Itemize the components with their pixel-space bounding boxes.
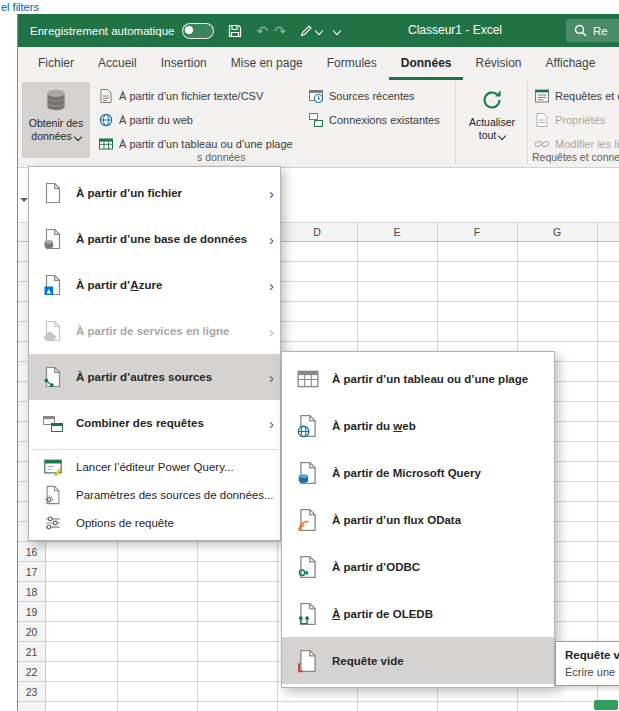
ribbon-button-queries-connections[interactable]: Requêtes et connexions xyxy=(532,84,619,108)
refresh-icon xyxy=(480,88,504,112)
row-header-17[interactable]: 17 xyxy=(18,562,45,582)
tab-insertion[interactable]: Insertion xyxy=(149,47,219,80)
bottom-right-green-fragment xyxy=(594,700,618,710)
microsoft-query-icon xyxy=(290,461,326,485)
row-header-20[interactable]: 20 xyxy=(18,622,45,642)
ribbon-button-label: Requêtes et connexions xyxy=(555,90,619,102)
online-services-icon xyxy=(37,320,69,342)
ribbon-button-recent-sources[interactable]: Sources récentes xyxy=(306,84,417,108)
submenu-item-blank-query[interactable]: Requête vide xyxy=(282,637,554,684)
submenu-item-label: À partir de Microsoft Query xyxy=(332,467,481,479)
chevron-down-icon xyxy=(498,131,506,139)
ribbon-button-label: Connexions existantes xyxy=(329,114,440,126)
menu-item-from-other-sources[interactable]: À partir d’autres sources xyxy=(29,354,280,400)
row-header-21[interactable]: 21 xyxy=(18,642,45,662)
submenu-item-label: À partir de OLEDB xyxy=(332,608,433,620)
group-label-get-transform-fragment: s données xyxy=(197,151,245,163)
file-icon xyxy=(37,182,69,204)
tab-revision[interactable]: Révision xyxy=(463,47,533,80)
column-header-e[interactable]: E xyxy=(357,223,437,241)
row-header-19[interactable]: 19 xyxy=(18,602,45,622)
save-button[interactable] xyxy=(228,24,242,38)
qat-customize-button[interactable] xyxy=(334,28,340,34)
row-header-18[interactable]: 18 xyxy=(18,582,45,602)
text-csv-icon xyxy=(98,88,114,104)
menu-item-data-source-settings[interactable]: Paramètres des sources de données... xyxy=(29,481,280,509)
recent-sources-icon xyxy=(308,88,324,104)
redo-button[interactable]: ↷ xyxy=(274,24,286,38)
menu-item-from-database[interactable]: À partir d’une base de données xyxy=(29,216,280,262)
menu-item-from-azure[interactable]: À partir d’Azure xyxy=(29,262,280,308)
redo-icon: ↷ xyxy=(274,24,286,38)
tooltip-blank-query: Requête vide Écrire une xyxy=(555,641,619,686)
ribbon-button-from-table-range[interactable]: À partir d’un tableau ou d’une plage xyxy=(96,132,295,156)
other-sources-icon xyxy=(37,366,69,388)
blank-query-icon xyxy=(290,649,326,673)
refresh-label-line1: Actualiser xyxy=(469,116,515,129)
name-box-dropdown-icon[interactable] xyxy=(20,198,28,206)
screenshot-root: el filters Enregistrement automatique ↶ … xyxy=(0,0,619,711)
submenu-item-from-microsoft-query[interactable]: À partir de Microsoft Query xyxy=(282,449,554,496)
menu-item-query-options[interactable]: Options de requête xyxy=(29,509,280,537)
column-header-g[interactable]: G xyxy=(517,223,597,241)
queries-connections-icon xyxy=(534,88,550,104)
refresh-all-button[interactable]: Actualiser tout xyxy=(462,82,522,158)
submenu-item-label: À partir du web xyxy=(332,420,416,432)
submenu-item-from-odbc[interactable]: À partir d’ODBC xyxy=(282,543,554,590)
submenu-item-from-web[interactable]: À partir du web xyxy=(282,402,554,449)
web-icon xyxy=(290,414,326,438)
row-header-16[interactable]: 16 xyxy=(18,542,45,562)
properties-icon xyxy=(534,112,550,128)
menu-item-from-online-services[interactable]: À partir de services en ligne xyxy=(29,308,280,354)
ribbon-button-from-text-csv[interactable]: À partir d’un fichier texte/CSV xyxy=(96,84,265,108)
existing-connections-icon xyxy=(308,112,324,128)
window-title: Classeur1 - Excel xyxy=(385,14,525,47)
get-data-label-line2: données xyxy=(31,130,71,143)
submenu-item-from-odata-feed[interactable]: À partir d’un flux OData xyxy=(282,496,554,543)
tab-mise-en-page[interactable]: Mise en page xyxy=(219,47,315,80)
query-options-icon xyxy=(37,513,69,533)
submenu-arrow-icon xyxy=(262,324,274,339)
submenu-arrow-icon xyxy=(262,232,274,247)
get-data-menu: À partir d’un fichier À partir d’une bas… xyxy=(28,166,281,541)
ink-pen-button[interactable] xyxy=(300,24,322,37)
tab-donnees[interactable]: Données xyxy=(389,47,464,80)
save-icon xyxy=(228,24,242,38)
ribbon-button-properties[interactable]: Propriétés xyxy=(532,108,607,132)
background-link-fragment[interactable]: el filters xyxy=(1,0,39,14)
tab-accueil[interactable]: Accueil xyxy=(86,47,149,80)
submenu-item-from-oledb[interactable]: À partir de OLEDB xyxy=(282,590,554,637)
tab-fichier[interactable]: Fichier xyxy=(26,47,86,80)
column-header-f[interactable]: F xyxy=(437,223,517,241)
ribbon-button-from-web[interactable]: À partir du web xyxy=(96,108,195,132)
get-data-button[interactable]: Obtenir des données xyxy=(22,82,90,158)
ribbon-button-label: À partir du web xyxy=(119,114,193,126)
title-bar: Enregistrement automatique ↶ ↷ Classeur1… xyxy=(18,14,619,47)
undo-button[interactable]: ↶ xyxy=(256,24,268,38)
row-header-23[interactable]: 23 xyxy=(18,682,45,702)
ribbon-button-label: À partir d’un fichier texte/CSV xyxy=(119,90,263,102)
ribbon: Obtenir des données À partir d’un fichie… xyxy=(18,80,619,168)
ribbon-button-existing-connections[interactable]: Connexions existantes xyxy=(306,108,442,132)
ribbon-button-label: Propriétés xyxy=(555,114,605,126)
row-header-22[interactable]: 22 xyxy=(18,662,45,682)
search-text: Re xyxy=(593,25,608,37)
column-header-d[interactable]: D xyxy=(277,223,357,241)
chevron-down-icon xyxy=(315,26,323,34)
azure-icon xyxy=(37,274,69,296)
tooltip-title: Requête vide xyxy=(565,649,619,661)
refresh-label-line2: tout xyxy=(479,129,497,142)
tab-formules[interactable]: Formules xyxy=(315,47,389,80)
autosave-label: Enregistrement automatique xyxy=(30,25,174,37)
menu-item-label: Paramètres des sources de données... xyxy=(76,489,274,501)
tab-affichage[interactable]: Affichage xyxy=(534,47,608,80)
menu-item-from-file[interactable]: À partir d’un fichier xyxy=(29,170,280,216)
menu-item-label: À partir d’une base de données xyxy=(76,233,262,245)
autosave-toggle[interactable] xyxy=(182,23,214,39)
edit-links-icon xyxy=(534,136,550,152)
menu-item-launch-power-query-editor[interactable]: Lancer l’éditeur Power Query... xyxy=(29,453,280,481)
submenu-item-from-table-range[interactable]: À partir d’un tableau ou d’une plage xyxy=(282,355,554,402)
ribbon-button-label: Sources récentes xyxy=(329,90,415,102)
menu-item-combine-queries[interactable]: Combiner des requêtes xyxy=(29,400,280,446)
search-input[interactable]: Re xyxy=(566,19,619,42)
